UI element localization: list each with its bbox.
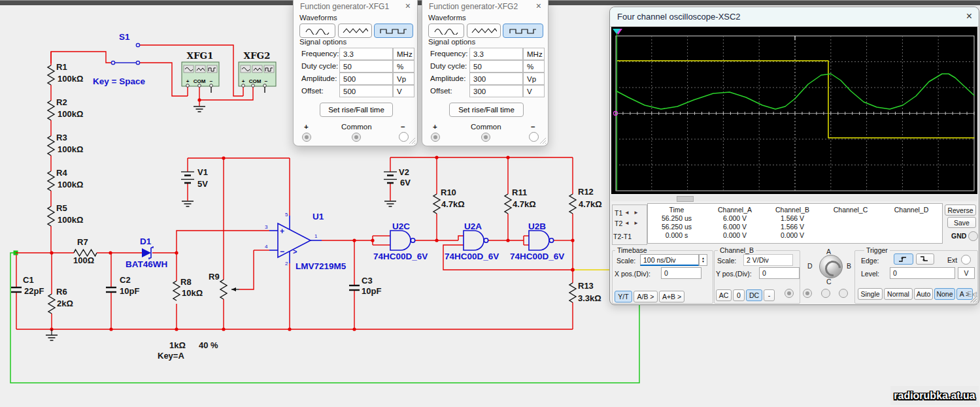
t1-label: T1 bbox=[615, 209, 622, 217]
channel-c-radio[interactable] bbox=[821, 289, 830, 298]
xfg1-instrument[interactable]: + COM − XFG1 bbox=[182, 50, 219, 93]
a-plus-b-mode-button[interactable]: A+B > bbox=[659, 291, 684, 302]
resistor-r10[interactable]: R10 4.7kΩ bbox=[433, 187, 465, 214]
t2-t1-channel-d bbox=[881, 231, 942, 240]
close-icon[interactable]: × bbox=[405, 1, 411, 11]
frequency-label: Frequency: bbox=[430, 50, 468, 57]
triangle-wave-button[interactable] bbox=[467, 24, 501, 38]
resize-grip[interactable] bbox=[970, 296, 977, 302]
trigger-single-button[interactable]: Single bbox=[858, 288, 883, 300]
plus-terminal[interactable] bbox=[302, 133, 311, 142]
svg-text:74HC00D_6V: 74HC00D_6V bbox=[445, 252, 499, 261]
scrollbar-thumb[interactable] bbox=[677, 196, 694, 202]
nand-u2a[interactable]: U2A 74HC00D_6V bbox=[445, 221, 499, 261]
square-wave-button[interactable] bbox=[503, 24, 543, 38]
sine-wave-button[interactable] bbox=[428, 24, 464, 38]
xfg2-com: COM bbox=[249, 78, 262, 84]
oscilloscope-window[interactable]: Four channel oscilloscope-XSC2 × T1 ◄ ► … bbox=[609, 7, 979, 305]
t1-right-arrow[interactable]: ► bbox=[634, 210, 639, 216]
measurement-table: Time Channel_A Channel_B Channel_C Chann… bbox=[647, 203, 943, 244]
xfg2-instrument[interactable]: + COM − XFG2 bbox=[239, 50, 276, 93]
svg-text:10kΩ: 10kΩ bbox=[182, 288, 203, 298]
coupling-minus-button[interactable]: - bbox=[764, 289, 775, 301]
function-generator-xfg2-dialog[interactable]: Function generator-XFG2 × Waveforms Sign… bbox=[422, 0, 549, 146]
svg-text:D1: D1 bbox=[140, 236, 152, 246]
resistor-r12[interactable]: R12 4.7kΩ bbox=[569, 187, 602, 214]
offset-input[interactable]: 300 bbox=[469, 85, 523, 97]
minus-terminal[interactable] bbox=[399, 132, 409, 142]
channel-a-radio[interactable] bbox=[785, 289, 794, 298]
duty-cycle-input[interactable]: 50 bbox=[339, 60, 393, 73]
timebase-xpos-input[interactable]: 0 bbox=[661, 267, 701, 279]
close-icon[interactable]: × bbox=[966, 10, 972, 22]
t2-left-arrow[interactable]: ◄ bbox=[624, 220, 630, 226]
knob-letter-b: B bbox=[847, 262, 851, 270]
offset-input[interactable]: 500 bbox=[339, 85, 393, 97]
falling-edge-button[interactable] bbox=[916, 253, 934, 265]
spinner-down-icon[interactable]: ▼ bbox=[701, 260, 705, 263]
scale-spinner[interactable]: ▲▼ bbox=[699, 254, 707, 266]
t2-right-arrow[interactable]: ► bbox=[634, 220, 639, 226]
sine-wave-button[interactable] bbox=[299, 24, 335, 38]
amplitude-input[interactable]: 500 bbox=[339, 73, 393, 85]
set-rise-fall-button[interactable]: Set rise/Fall time bbox=[449, 103, 524, 117]
reverse-button[interactable]: Reverse bbox=[945, 204, 976, 216]
ab-mode-button[interactable]: A/B > bbox=[634, 291, 658, 302]
coupling-zero-button[interactable]: 0 bbox=[733, 289, 745, 301]
trigger-auto-button[interactable]: Auto bbox=[914, 288, 933, 300]
coupling-ac-button[interactable]: AC bbox=[716, 289, 732, 301]
nand-u2c[interactable]: U2C 74HC00D_6V bbox=[373, 221, 428, 261]
cursor-readout-box: T1 ◄ ► T2 ◄ ► T2-T1 bbox=[612, 204, 647, 245]
resistor-r7[interactable]: R7 100Ω bbox=[73, 237, 97, 265]
resistor-r8[interactable]: R8 10kΩ bbox=[173, 277, 203, 301]
minus-terminal-label: − bbox=[401, 123, 405, 131]
amplitude-input[interactable]: 300 bbox=[469, 73, 523, 85]
yt-mode-button[interactable]: Y/T bbox=[615, 291, 632, 302]
common-terminal[interactable] bbox=[352, 133, 361, 142]
t2-time: 56.250 us bbox=[648, 223, 705, 231]
square-wave-button[interactable] bbox=[374, 24, 413, 38]
resize-grip[interactable] bbox=[409, 137, 415, 144]
resize-grip[interactable] bbox=[539, 137, 546, 144]
close-icon[interactable]: × bbox=[536, 1, 541, 11]
t2-channel-a: 6.000 V bbox=[705, 223, 764, 231]
knob-letter-c: C bbox=[826, 278, 832, 285]
set-rise-fall-button[interactable]: Set rise/Fall time bbox=[320, 103, 393, 117]
trigger-none-button[interactable]: None bbox=[934, 288, 955, 300]
coupling-dc-button[interactable]: DC bbox=[746, 289, 762, 301]
opamp-u1[interactable]: + − > 3 4 5 2 1 U1 LMV7219M5 bbox=[265, 212, 346, 271]
display-scrollbar[interactable] bbox=[611, 195, 977, 201]
source-v1[interactable]: V1 5V bbox=[181, 167, 208, 189]
title-bar[interactable]: Four channel oscilloscope-XSC2 × bbox=[610, 7, 979, 27]
trigger-normal-button[interactable]: Normal bbox=[884, 288, 913, 300]
channel-b-scale-value[interactable]: 2 V/Div bbox=[743, 254, 793, 266]
timebase-scale-input[interactable]: 100 ns/Div bbox=[640, 254, 699, 266]
frequency-input[interactable]: 3.3 bbox=[339, 48, 393, 60]
triangle-icon bbox=[471, 27, 497, 35]
function-generator-xfg1-dialog[interactable]: Function generator-XFG1 × Waveforms Sign… bbox=[293, 0, 418, 146]
resistor-r13[interactable]: R13 3.3kΩ bbox=[569, 281, 601, 303]
trigger-level-input[interactable]: 0 bbox=[890, 267, 955, 279]
triangle-wave-button[interactable] bbox=[338, 24, 372, 38]
common-terminal[interactable] bbox=[481, 133, 490, 142]
channel-d-radio[interactable] bbox=[839, 289, 848, 298]
t1-left-arrow[interactable]: ◄ bbox=[624, 210, 630, 216]
channel-b-radio[interactable] bbox=[803, 289, 812, 298]
channel-b-ypos-input[interactable]: 0 bbox=[759, 267, 800, 279]
minus-terminal[interactable] bbox=[529, 132, 539, 142]
rising-edge-button[interactable] bbox=[894, 253, 913, 265]
gnd-radio[interactable] bbox=[968, 231, 978, 241]
svg-text:4.7kΩ: 4.7kΩ bbox=[441, 199, 465, 209]
duty-cycle-input[interactable]: 50 bbox=[469, 60, 523, 73]
frequency-input[interactable]: 3.3 bbox=[469, 48, 523, 60]
plus-terminal[interactable] bbox=[431, 133, 440, 142]
trigger-ext-radio[interactable] bbox=[961, 255, 971, 265]
channel-select-knob[interactable] bbox=[819, 255, 843, 278]
resistor-r11[interactable]: R11 4.7kΩ bbox=[505, 187, 536, 214]
nand-u2b[interactable]: U2B 74HC00D_6V bbox=[510, 221, 564, 261]
save-button[interactable]: Save bbox=[947, 217, 976, 228]
switch-s1[interactable]: S1 Key = Space bbox=[93, 32, 145, 86]
potentiometer-r9[interactable]: R9 1kΩ Key=A 40 % bbox=[158, 272, 239, 361]
source-v2[interactable]: V2 6V bbox=[384, 167, 411, 187]
sine-icon bbox=[305, 27, 331, 35]
